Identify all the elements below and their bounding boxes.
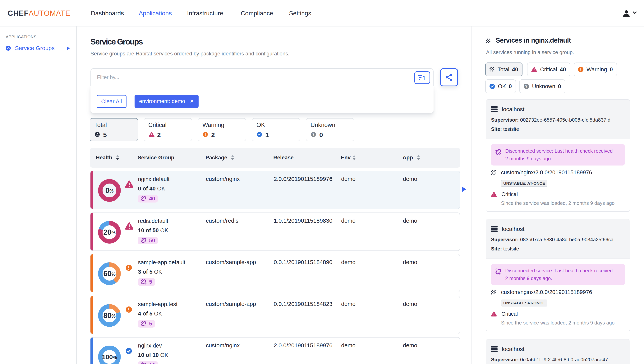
svg-text:?: ? xyxy=(312,133,314,136)
svg-text:?: ? xyxy=(525,84,528,88)
svg-text:1: 1 xyxy=(422,74,426,81)
